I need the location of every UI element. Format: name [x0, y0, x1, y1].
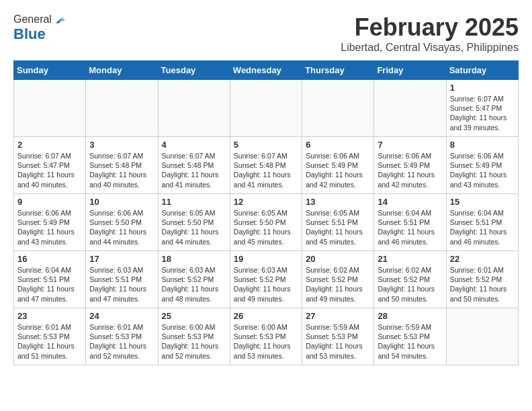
day-info: Sunrise: 6:07 AM Sunset: 5:47 PM Dayligh… — [17, 151, 82, 189]
day-info: Sunrise: 6:07 AM Sunset: 5:48 PM Dayligh… — [234, 151, 298, 189]
day-info: Sunrise: 6:03 AM Sunset: 5:51 PM Dayligh… — [89, 265, 154, 304]
calendar-header-row: SundayMondayTuesdayWednesdayThursdayFrid… — [14, 61, 519, 80]
calendar-cell: 2Sunrise: 6:07 AM Sunset: 5:47 PM Daylig… — [14, 137, 86, 194]
day-info: Sunrise: 6:01 AM Sunset: 5:53 PM Dayligh… — [89, 322, 154, 361]
day-number: 2 — [17, 140, 82, 150]
weekday-header: Thursday — [302, 61, 374, 80]
day-info: Sunrise: 6:06 AM Sunset: 5:49 PM Dayligh… — [378, 151, 442, 189]
day-number: 5 — [234, 140, 298, 150]
day-info: Sunrise: 6:03 AM Sunset: 5:52 PM Dayligh… — [162, 265, 226, 304]
month-title: February 2025 — [341, 13, 519, 42]
day-info: Sunrise: 6:04 AM Sunset: 5:51 PM Dayligh… — [17, 265, 82, 304]
location: Libertad, Central Visayas, Philippines — [341, 42, 519, 54]
calendar-cell: 27Sunrise: 5:59 AM Sunset: 5:53 PM Dayli… — [302, 308, 374, 365]
day-number: 11 — [162, 197, 226, 207]
day-number: 27 — [306, 311, 370, 321]
day-number: 22 — [450, 254, 515, 264]
day-number: 20 — [306, 254, 370, 264]
day-info: Sunrise: 6:03 AM Sunset: 5:52 PM Dayligh… — [234, 265, 298, 304]
calendar-cell — [302, 80, 374, 137]
day-number: 28 — [378, 311, 442, 321]
weekday-header: Monday — [86, 61, 158, 80]
calendar-cell: 24Sunrise: 6:01 AM Sunset: 5:53 PM Dayli… — [86, 308, 158, 365]
calendar-cell: 22Sunrise: 6:01 AM Sunset: 5:52 PM Dayli… — [446, 251, 518, 308]
day-info: Sunrise: 6:04 AM Sunset: 5:51 PM Dayligh… — [378, 208, 442, 246]
calendar-cell: 6Sunrise: 6:06 AM Sunset: 5:49 PM Daylig… — [302, 137, 374, 194]
day-number: 15 — [450, 197, 515, 207]
calendar-cell: 8Sunrise: 6:06 AM Sunset: 5:49 PM Daylig… — [446, 137, 518, 194]
calendar-week-row: 1Sunrise: 6:07 AM Sunset: 5:47 PM Daylig… — [14, 80, 519, 137]
calendar-week-row: 23Sunrise: 6:01 AM Sunset: 5:53 PM Dayli… — [14, 308, 519, 365]
calendar-week-row: 2Sunrise: 6:07 AM Sunset: 5:47 PM Daylig… — [14, 137, 519, 194]
calendar-cell: 19Sunrise: 6:03 AM Sunset: 5:52 PM Dayli… — [230, 251, 302, 308]
calendar-cell — [158, 80, 230, 137]
day-number: 17 — [89, 254, 154, 264]
calendar-cell: 5Sunrise: 6:07 AM Sunset: 5:48 PM Daylig… — [230, 137, 302, 194]
calendar-cell: 21Sunrise: 6:02 AM Sunset: 5:52 PM Dayli… — [374, 251, 446, 308]
svg-marker-1 — [59, 17, 65, 21]
page-header: General Blue February 2025 Libertad, Cen… — [13, 13, 519, 54]
day-info: Sunrise: 6:01 AM Sunset: 5:52 PM Dayligh… — [450, 265, 515, 304]
calendar-cell: 28Sunrise: 5:59 AM Sunset: 5:53 PM Dayli… — [374, 308, 446, 365]
calendar-cell: 4Sunrise: 6:07 AM Sunset: 5:48 PM Daylig… — [158, 137, 230, 194]
logo-general: General — [13, 13, 52, 26]
logo: General Blue — [13, 13, 65, 43]
calendar-cell — [230, 80, 302, 137]
calendar-cell: 12Sunrise: 6:05 AM Sunset: 5:50 PM Dayli… — [230, 194, 302, 251]
day-number: 24 — [89, 311, 154, 321]
calendar-week-row: 9Sunrise: 6:06 AM Sunset: 5:49 PM Daylig… — [14, 194, 519, 251]
title-block: February 2025 Libertad, Central Visayas,… — [341, 13, 519, 54]
calendar-cell: 1Sunrise: 6:07 AM Sunset: 5:47 PM Daylig… — [446, 80, 518, 137]
calendar-cell: 14Sunrise: 6:04 AM Sunset: 5:51 PM Dayli… — [374, 194, 446, 251]
day-number: 13 — [306, 197, 370, 207]
calendar-cell: 10Sunrise: 6:06 AM Sunset: 5:50 PM Dayli… — [86, 194, 158, 251]
day-number: 21 — [378, 254, 442, 264]
day-number: 4 — [162, 140, 226, 150]
calendar-cell: 9Sunrise: 6:06 AM Sunset: 5:49 PM Daylig… — [14, 194, 86, 251]
day-number: 8 — [450, 140, 515, 150]
day-number: 3 — [89, 140, 154, 150]
weekday-header: Tuesday — [158, 61, 230, 80]
day-number: 6 — [306, 140, 370, 150]
calendar-cell: 23Sunrise: 6:01 AM Sunset: 5:53 PM Dayli… — [14, 308, 86, 365]
day-info: Sunrise: 6:04 AM Sunset: 5:51 PM Dayligh… — [450, 208, 515, 246]
day-number: 10 — [89, 197, 154, 207]
calendar-cell: 7Sunrise: 6:06 AM Sunset: 5:49 PM Daylig… — [374, 137, 446, 194]
day-number: 19 — [234, 254, 298, 264]
logo-blue: Blue — [13, 26, 65, 43]
calendar-cell: 13Sunrise: 6:05 AM Sunset: 5:51 PM Dayli… — [302, 194, 374, 251]
calendar-cell: 17Sunrise: 6:03 AM Sunset: 5:51 PM Dayli… — [86, 251, 158, 308]
calendar-cell — [374, 80, 446, 137]
day-info: Sunrise: 6:05 AM Sunset: 5:50 PM Dayligh… — [234, 208, 298, 246]
day-info: Sunrise: 6:02 AM Sunset: 5:52 PM Dayligh… — [306, 265, 370, 304]
day-number: 7 — [378, 140, 442, 150]
day-info: Sunrise: 6:07 AM Sunset: 5:47 PM Dayligh… — [450, 94, 515, 132]
calendar-cell: 18Sunrise: 6:03 AM Sunset: 5:52 PM Dayli… — [158, 251, 230, 308]
day-number: 12 — [234, 197, 298, 207]
calendar-week-row: 16Sunrise: 6:04 AM Sunset: 5:51 PM Dayli… — [14, 251, 519, 308]
calendar-cell: 20Sunrise: 6:02 AM Sunset: 5:52 PM Dayli… — [302, 251, 374, 308]
calendar-cell: 11Sunrise: 6:05 AM Sunset: 5:50 PM Dayli… — [158, 194, 230, 251]
day-number: 23 — [17, 311, 82, 321]
calendar-cell — [14, 80, 86, 137]
day-info: Sunrise: 6:00 AM Sunset: 5:53 PM Dayligh… — [234, 322, 298, 361]
calendar-cell — [86, 80, 158, 137]
calendar-cell: 15Sunrise: 6:04 AM Sunset: 5:51 PM Dayli… — [446, 194, 518, 251]
day-number: 1 — [450, 83, 515, 93]
day-number: 26 — [234, 311, 298, 321]
day-info: Sunrise: 6:06 AM Sunset: 5:49 PM Dayligh… — [306, 151, 370, 189]
day-number: 14 — [378, 197, 442, 207]
day-number: 18 — [162, 254, 226, 264]
day-number: 9 — [17, 197, 82, 207]
weekday-header: Wednesday — [230, 61, 302, 80]
day-number: 25 — [162, 311, 226, 321]
calendar-cell — [446, 308, 518, 365]
weekday-header: Friday — [374, 61, 446, 80]
calendar: SundayMondayTuesdayWednesdayThursdayFrid… — [13, 60, 519, 365]
day-info: Sunrise: 5:59 AM Sunset: 5:53 PM Dayligh… — [378, 322, 442, 361]
day-info: Sunrise: 6:07 AM Sunset: 5:48 PM Dayligh… — [162, 151, 226, 189]
calendar-cell: 3Sunrise: 6:07 AM Sunset: 5:48 PM Daylig… — [86, 137, 158, 194]
day-number: 16 — [17, 254, 82, 264]
day-info: Sunrise: 6:05 AM Sunset: 5:51 PM Dayligh… — [306, 208, 370, 246]
day-info: Sunrise: 6:06 AM Sunset: 5:49 PM Dayligh… — [17, 208, 82, 246]
